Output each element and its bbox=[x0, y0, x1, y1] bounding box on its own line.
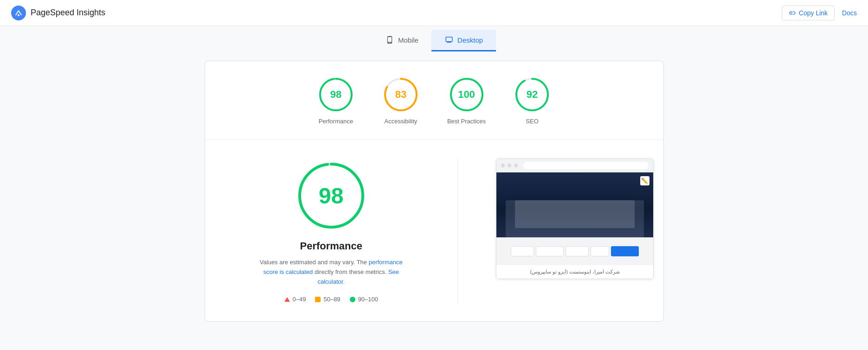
perf-desc-end: directly from these metrics. bbox=[315, 268, 386, 275]
fail-icon bbox=[284, 297, 290, 302]
pass-icon bbox=[350, 297, 355, 302]
lower-section: 98 Performance Values are estimated and … bbox=[224, 140, 683, 321]
tab-mobile[interactable]: Mobile bbox=[372, 30, 431, 51]
score-circle-accessibility: 83 bbox=[382, 76, 419, 113]
score-label-accessibility: Accessibility bbox=[385, 118, 418, 125]
score-card: 98 Performance 83 Accessibility bbox=[205, 61, 664, 322]
score-label-performance: Performance bbox=[319, 118, 353, 125]
score-circle-seo: 92 bbox=[514, 76, 551, 113]
legend-item-pass: 90–100 bbox=[350, 296, 378, 303]
header-right: Copy Link Docs bbox=[782, 6, 857, 20]
browser-dot-2 bbox=[508, 164, 511, 167]
copy-link-label: Copy Link bbox=[799, 9, 828, 17]
legend-range-fail: 0–49 bbox=[293, 296, 306, 303]
copy-link-button[interactable]: Copy Link bbox=[782, 6, 835, 20]
legend-range-average: 50–89 bbox=[323, 296, 340, 303]
tab-mobile-label: Mobile bbox=[398, 36, 418, 44]
mock-input-2 bbox=[536, 246, 564, 256]
score-item-seo: 92 SEO bbox=[514, 76, 551, 125]
score-item-accessibility: 83 Accessibility bbox=[382, 76, 419, 125]
legend-row: 0–49 50–89 90–100 bbox=[284, 296, 378, 303]
score-value-seo: 92 bbox=[527, 89, 538, 101]
score-value-accessibility: 83 bbox=[395, 89, 406, 101]
site-screenshot: ✏️ bbox=[496, 172, 653, 265]
score-circle-best-practices: 100 bbox=[448, 76, 485, 113]
performance-main: 98 Performance Values are estimated and … bbox=[224, 159, 449, 303]
search-form-mock bbox=[511, 246, 639, 256]
score-item-performance: 98 Performance bbox=[317, 76, 354, 125]
pagespeed-logo-icon bbox=[11, 6, 26, 20]
legend-item-fail: 0–49 bbox=[284, 296, 306, 303]
mock-input-3 bbox=[566, 246, 589, 256]
score-item-best-practices: 100 Best Practices bbox=[447, 76, 486, 125]
legend-range-pass: 90–100 bbox=[358, 296, 378, 303]
big-score-circle: 98 bbox=[294, 159, 368, 233]
big-score-value: 98 bbox=[319, 183, 343, 209]
score-label-seo: SEO bbox=[526, 118, 538, 125]
performance-description: Values are estimated and may vary. The p… bbox=[252, 258, 410, 286]
app-title: PageSpeed Insights bbox=[31, 8, 105, 18]
svg-point-1 bbox=[18, 14, 19, 16]
header-left: PageSpeed Insights bbox=[11, 6, 105, 20]
average-icon bbox=[315, 297, 321, 302]
screenshot-frame: ✏️ شرکت امیرا، bbox=[496, 159, 654, 279]
tab-desktop-label: Desktop bbox=[457, 36, 483, 44]
browser-url-bar bbox=[523, 162, 649, 169]
pencil-icon: ✏️ bbox=[640, 176, 649, 185]
svg-point-0 bbox=[11, 6, 26, 20]
mock-search-btn bbox=[611, 246, 639, 256]
performance-title: Performance bbox=[300, 240, 362, 252]
perf-desc-start: Values are estimated and may vary. The bbox=[260, 259, 367, 266]
score-value-performance: 98 bbox=[330, 89, 341, 101]
vertical-divider bbox=[457, 159, 458, 303]
link-icon bbox=[789, 9, 796, 17]
tab-desktop[interactable]: Desktop bbox=[431, 30, 496, 51]
mock-input-4 bbox=[591, 246, 609, 256]
tabs-bar: Mobile Desktop bbox=[0, 26, 868, 51]
screenshot-search-overlay bbox=[496, 237, 653, 265]
screenshot-side: ✏️ شرکت امیرا، bbox=[467, 159, 683, 279]
main-content: 98 Performance 83 Accessibility bbox=[0, 51, 868, 340]
header: PageSpeed Insights Copy Link Docs bbox=[0, 0, 868, 26]
desktop-icon bbox=[444, 35, 454, 45]
browser-dot-1 bbox=[501, 164, 505, 167]
screenshot-caption: شرکت امیرا، اینوستمنت (ایزو تو سایپروس) bbox=[496, 265, 653, 279]
mobile-icon bbox=[385, 35, 394, 45]
browser-dot-3 bbox=[514, 164, 518, 167]
legend-item-average: 50–89 bbox=[315, 296, 340, 303]
score-label-best-practices: Best Practices bbox=[447, 118, 486, 125]
score-circle-performance: 98 bbox=[317, 76, 354, 113]
score-value-best-practices: 100 bbox=[458, 89, 475, 101]
scores-row: 98 Performance 83 Accessibility bbox=[224, 76, 645, 140]
mock-input-1 bbox=[511, 246, 534, 256]
docs-link[interactable]: Docs bbox=[842, 9, 857, 17]
browser-toolbar bbox=[496, 159, 653, 172]
